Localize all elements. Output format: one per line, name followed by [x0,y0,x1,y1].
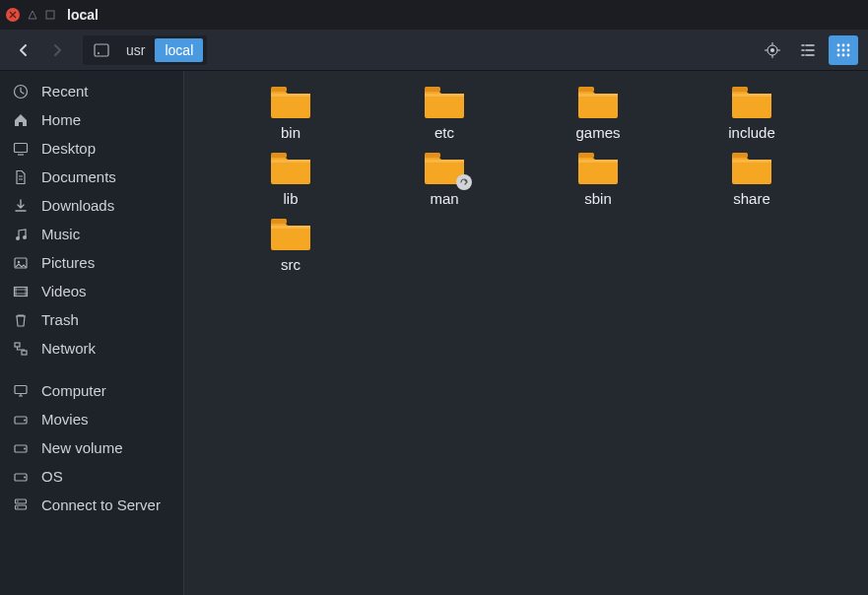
trash-icon [12,312,30,328]
svg-point-16 [16,236,20,240]
toolbar: usr local [0,30,868,71]
svg-point-6 [842,43,845,46]
folder-label: lib [283,190,298,207]
sidebar-item-label: OS [41,468,63,485]
svg-point-25 [24,419,26,421]
folder-icon [423,151,466,184]
folder-sbin[interactable]: sbin [521,151,675,207]
folder-lib[interactable]: lib [214,151,367,207]
sidebar-item-music[interactable]: Music [0,220,183,248]
sidebar-item-computer[interactable]: Computer [0,376,183,405]
svg-rect-44 [425,153,440,158]
svg-point-10 [847,48,850,51]
drive-icon [12,469,30,485]
path-seg-local[interactable]: local [155,38,203,62]
svg-point-12 [842,53,845,56]
svg-rect-50 [271,219,287,224]
sidebar-item-recent[interactable]: Recent [0,77,183,105]
folder-src[interactable]: src [214,217,367,273]
svg-point-9 [842,48,845,51]
sidebar-item-connect-to-server[interactable]: Connect to Server [0,491,183,519]
svg-rect-30 [16,499,27,503]
minimize-button[interactable] [28,10,37,20]
sidebar-item-downloads[interactable]: Downloads [0,191,183,220]
drive-icon [12,412,30,428]
folder-share[interactable]: share [675,151,829,207]
svg-point-7 [847,43,850,46]
folder-label: share [733,190,770,207]
sidebar-item-network[interactable]: Network [0,334,183,363]
svg-rect-43 [271,160,310,163]
sidebar-item-videos[interactable]: Videos [0,277,183,305]
folder-label: man [430,190,458,207]
window-title: local [67,7,99,23]
computer-icon [12,383,30,399]
grid-view-button[interactable] [829,35,858,65]
folder-icon [423,85,466,118]
sidebar-item-movies[interactable]: Movies [0,405,183,433]
close-button[interactable] [6,8,20,22]
sidebar-item-label: Pictures [41,254,95,271]
svg-rect-36 [425,87,440,92]
svg-point-32 [17,500,19,502]
folder-games[interactable]: games [521,85,675,141]
sidebar-item-label: Movies [41,411,89,428]
svg-point-4 [768,45,777,55]
location-button[interactable] [758,35,787,65]
forward-button[interactable] [43,36,71,64]
sidebar-item-label: Music [41,226,80,242]
folder-grid: binetcgamesincludelibmansbinsharesrc [194,85,858,273]
sidebar-item-pictures[interactable]: Pictures [0,248,183,277]
folder-icon [576,151,620,184]
svg-point-14 [15,85,28,98]
list-view-button[interactable] [793,35,823,65]
home-icon [12,112,30,128]
svg-rect-20 [15,287,28,296]
path-root-icon[interactable] [87,38,116,62]
folder-label: games [575,124,620,141]
maximize-button[interactable] [45,10,55,20]
titlebar: local [0,0,868,30]
folder-include[interactable]: include [675,85,829,141]
svg-rect-49 [732,160,771,163]
svg-rect-24 [15,417,27,424]
sidebar-item-label: Downloads [41,197,114,214]
svg-rect-21 [15,343,20,347]
folder-man[interactable]: man [367,151,521,207]
sidebar-item-label: Desktop [41,140,96,157]
sidebar-item-documents[interactable]: Documents [0,163,183,191]
svg-point-11 [837,53,840,56]
clock-icon [12,84,30,99]
svg-rect-48 [732,153,748,158]
sidebar: RecentHomeDesktopDocumentsDownloadsMusic… [0,71,184,595]
folder-icon [730,151,773,184]
folder-bin[interactable]: bin [214,85,367,141]
server-icon [12,497,30,513]
pictures-icon [12,255,30,271]
path-seg-usr[interactable]: usr [116,38,155,62]
sidebar-item-new-volume[interactable]: New volume [0,433,183,462]
svg-point-8 [837,48,840,51]
sidebar-item-label: New volume [41,439,123,456]
folder-label: bin [281,124,300,141]
sidebar-item-label: Connect to Server [41,496,161,513]
folder-etc[interactable]: etc [367,85,521,141]
svg-rect-40 [732,87,748,92]
svg-point-3 [770,48,774,52]
sidebar-item-home[interactable]: Home [0,105,183,134]
svg-rect-28 [15,474,27,481]
svg-rect-51 [271,226,310,229]
svg-rect-35 [271,94,310,97]
folder-icon [576,85,620,118]
svg-rect-46 [578,153,594,158]
sidebar-item-os[interactable]: OS [0,462,183,491]
back-button[interactable] [10,36,37,64]
svg-point-33 [17,506,19,508]
sidebar-item-desktop[interactable]: Desktop [0,134,183,163]
folder-label: etc [434,124,454,141]
svg-point-27 [24,447,26,449]
sidebar-item-trash[interactable]: Trash [0,305,183,334]
svg-rect-23 [15,385,27,393]
sidebar-item-label: Trash [41,311,79,328]
sidebar-item-label: Computer [41,382,106,399]
